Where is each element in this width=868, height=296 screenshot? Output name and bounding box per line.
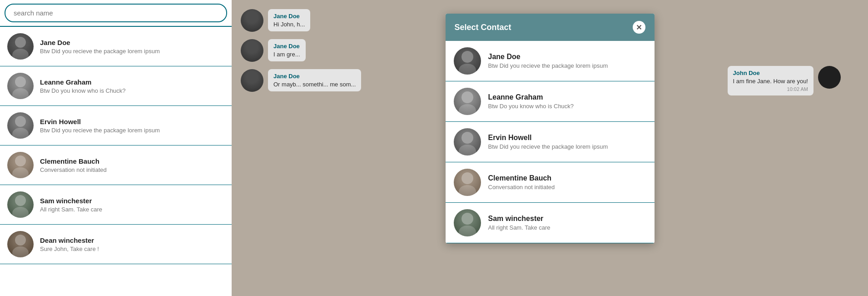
avatar [7, 73, 34, 99]
sidebar-contact-item[interactable]: Clementine Bauch Conversation not initia… [0, 145, 232, 185]
contact-preview: All right Sam. Take care [488, 224, 551, 231]
avatar [454, 128, 481, 156]
contact-name: Sam winchester [488, 215, 551, 223]
sidebar-contact-item[interactable]: Sam winchester All right Sam. Take care [0, 185, 232, 225]
contact-name: Sam winchester [40, 197, 224, 205]
contact-info: Clementine Bauch Conversation not initia… [40, 157, 224, 173]
sidebar-contact-item[interactable]: Jane Doe Btw Did you recieve the package… [0, 27, 232, 66]
modal-contact-info: Leanne Graham Btw Do you know who is Chu… [488, 93, 574, 110]
avatar [454, 209, 481, 236]
avatar [7, 152, 34, 178]
avatar [7, 231, 34, 257]
contact-preview: Btw Do you know who is Chuck? [40, 87, 224, 94]
contact-name: Ervin Howell [40, 118, 224, 125]
contact-name: Ervin Howell [488, 134, 608, 142]
svg-point-19 [459, 185, 476, 196]
contact-preview: Btw Did you recieve the package lorem ip… [488, 62, 608, 69]
svg-point-21 [459, 226, 476, 236]
contact-name: Leanne Graham [488, 93, 574, 101]
svg-point-8 [15, 195, 26, 206]
modal-body: Jane Doe Btw Did you recieve the package… [446, 41, 655, 243]
modal-close-button[interactable]: ✕ [633, 21, 645, 34]
contact-preview: Sure John, Take care ! [40, 246, 224, 252]
contact-name: Clementine Bauch [488, 174, 555, 182]
svg-point-20 [461, 213, 473, 225]
avatar [7, 191, 34, 218]
contact-preview: All right Sam. Take care [40, 206, 224, 213]
contact-info: Leanne Graham Btw Do you know who is Chu… [40, 78, 224, 94]
modal-contact-item[interactable]: Jane Doe Btw Did you recieve the package… [446, 41, 655, 81]
svg-point-2 [15, 76, 26, 87]
svg-point-6 [15, 156, 26, 166]
search-input[interactable] [5, 4, 227, 22]
contact-info: Sam winchester All right Sam. Take care [40, 197, 224, 213]
contact-preview: Btw Did you recieve the package lorem ip… [488, 143, 608, 150]
contact-info: Jane Doe Btw Did you recieve the package… [40, 39, 224, 55]
modal-contact-item[interactable]: Clementine Bauch Conversation not initia… [446, 162, 655, 203]
avatar [454, 47, 481, 75]
svg-point-13 [459, 64, 476, 75]
sidebar-contact-item[interactable]: Leanne Graham Btw Do you know who is Chu… [0, 66, 232, 106]
sidebar-contact-item[interactable]: Dean winchester Sure John, Take care ! [0, 225, 232, 264]
modal-contact-item[interactable]: Sam winchester All right Sam. Take care [446, 203, 655, 243]
contact-info: Ervin Howell Btw Did you recieve the pac… [40, 118, 224, 134]
modal-contact-item[interactable]: Ervin Howell Btw Did you recieve the pac… [446, 122, 655, 162]
contact-preview: Btw Do you know who is Chuck? [488, 103, 574, 110]
contact-name: Jane Doe [40, 39, 224, 46]
contact-preview: Btw Did you recieve the package lorem ip… [40, 48, 224, 55]
svg-point-12 [461, 51, 473, 63]
svg-point-3 [12, 88, 29, 99]
contact-info: Dean winchester Sure John, Take care ! [40, 236, 224, 252]
modal-contact-item[interactable]: Leanne Graham Btw Do you know who is Chu… [446, 81, 655, 122]
contact-name: Clementine Bauch [40, 157, 224, 165]
avatar [7, 112, 34, 139]
avatar [454, 169, 481, 196]
modal-contact-info: Ervin Howell Btw Did you recieve the pac… [488, 134, 608, 150]
svg-point-1 [12, 49, 29, 60]
svg-point-10 [15, 235, 26, 246]
search-bar [0, 0, 232, 27]
svg-point-11 [12, 246, 29, 257]
svg-point-16 [461, 132, 473, 144]
modal-contact-info: Sam winchester All right Sam. Take care [488, 215, 551, 231]
chat-area: Jane Doe Hi John, h... Jane Doe I am gre… [232, 0, 868, 296]
svg-point-5 [12, 128, 29, 139]
contact-preview: Btw Did you recieve the package lorem ip… [40, 127, 224, 134]
sidebar: Jane Doe Btw Did you recieve the package… [0, 0, 232, 296]
modal-header: Select Contact ✕ [446, 14, 655, 41]
modal-title: Select Contact [455, 23, 511, 32]
modal-contact-info: Jane Doe Btw Did you recieve the package… [488, 53, 608, 69]
svg-point-14 [461, 91, 473, 103]
contact-list: Jane Doe Btw Did you recieve the package… [0, 27, 232, 296]
svg-point-17 [459, 145, 476, 156]
contact-preview: Conversation not initiated [488, 184, 555, 191]
svg-point-7 [12, 167, 29, 178]
contact-name: Dean winchester [40, 236, 224, 244]
sidebar-contact-item[interactable]: Ervin Howell Btw Did you recieve the pac… [0, 106, 232, 145]
contact-name: Jane Doe [488, 53, 608, 61]
avatar [454, 88, 481, 115]
modal-overlay: Select Contact ✕ Jane Doe Btw Did you re… [232, 0, 868, 296]
svg-point-4 [15, 116, 26, 127]
contact-name: Leanne Graham [40, 78, 224, 86]
svg-point-0 [15, 37, 26, 48]
svg-point-18 [461, 172, 473, 184]
avatar [7, 33, 34, 60]
svg-point-9 [12, 207, 29, 218]
svg-point-15 [459, 104, 476, 115]
contact-preview: Conversation not initiated [40, 166, 224, 173]
modal-contact-info: Clementine Bauch Conversation not initia… [488, 174, 555, 191]
select-contact-modal: Select Contact ✕ Jane Doe Btw Did you re… [446, 14, 655, 243]
